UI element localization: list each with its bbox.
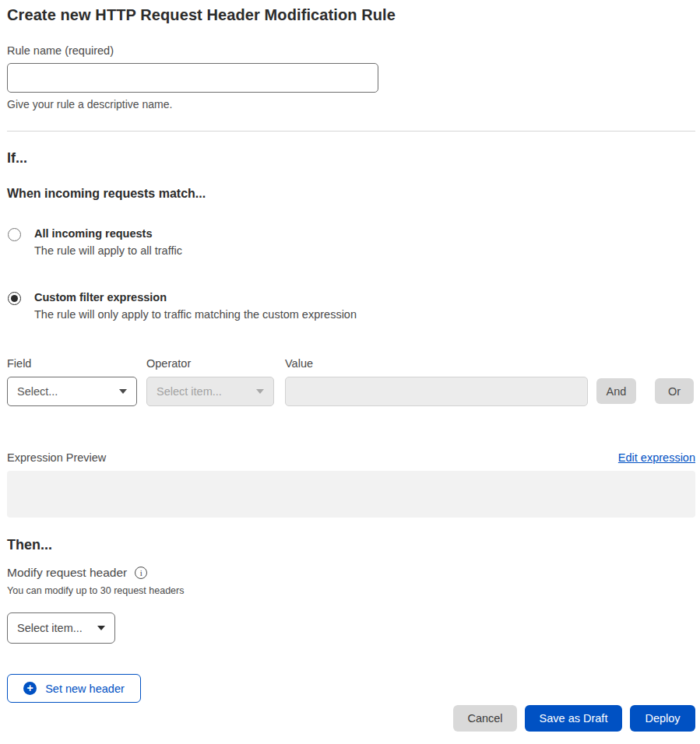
chevron-down-icon <box>256 389 264 394</box>
rule-name-input[interactable] <box>7 63 378 93</box>
deploy-button[interactable]: Deploy <box>630 705 695 732</box>
chevron-down-icon <box>97 626 105 630</box>
radio-option-all-incoming[interactable]: All incoming requests The rule will appl… <box>8 227 695 257</box>
and-button[interactable]: And <box>596 378 636 404</box>
set-new-header-label: Set new header <box>45 683 125 695</box>
or-button[interactable]: Or <box>655 378 694 404</box>
modify-header-helper: You can modify up to 30 request headers <box>7 585 695 596</box>
radio-option-custom-filter[interactable]: Custom filter expression The rule will o… <box>8 291 695 321</box>
page-title: Create new HTTP Request Header Modificat… <box>7 6 695 24</box>
set-new-header-button[interactable]: + Set new header <box>7 674 141 703</box>
rule-name-label: Rule name (required) <box>7 44 695 57</box>
operator-label: Operator <box>146 357 274 370</box>
info-icon[interactable]: i <box>135 567 147 579</box>
field-label: Field <box>7 357 137 370</box>
field-select-value: Select... <box>17 385 58 398</box>
footer-actions: Cancel Save as Draft Deploy <box>7 705 695 732</box>
operator-select-value: Select item... <box>157 385 222 398</box>
radio-button-icon[interactable] <box>8 228 21 241</box>
expression-builder-row: Field Select... Operator Select item... … <box>7 357 695 406</box>
expression-preview-label: Expression Preview <box>7 451 106 464</box>
then-section-heading: Then... <box>7 537 695 553</box>
incoming-requests-subheading: When incoming requests match... <box>7 187 695 201</box>
rule-name-helper: Give your rule a descriptive name. <box>7 98 695 111</box>
chevron-down-icon <box>119 389 127 394</box>
create-rule-form: Create new HTTP Request Header Modificat… <box>0 6 700 732</box>
section-divider <box>7 131 695 132</box>
if-section-heading: If... <box>7 150 695 167</box>
expression-preview-box <box>7 471 695 518</box>
radio-label: Custom filter expression <box>34 291 357 304</box>
field-select[interactable]: Select... <box>7 377 137 406</box>
operator-select: Select item... <box>146 377 274 406</box>
save-as-draft-button[interactable]: Save as Draft <box>525 705 622 732</box>
radio-description: The rule will apply to all traffic <box>34 244 182 257</box>
plus-icon: + <box>23 682 37 695</box>
modify-request-header-label: Modify request header <box>7 566 127 580</box>
value-input <box>285 377 588 406</box>
radio-button-icon[interactable] <box>8 292 21 305</box>
header-item-select[interactable]: Select item... <box>7 612 115 644</box>
expression-preview-header: Expression Preview Edit expression <box>7 451 695 464</box>
radio-description: The rule will only apply to traffic matc… <box>34 308 357 321</box>
header-item-select-value: Select item... <box>17 622 83 634</box>
radio-label: All incoming requests <box>34 227 182 240</box>
value-label: Value <box>285 357 588 370</box>
edit-expression-link[interactable]: Edit expression <box>618 451 695 464</box>
cancel-button[interactable]: Cancel <box>453 705 517 732</box>
